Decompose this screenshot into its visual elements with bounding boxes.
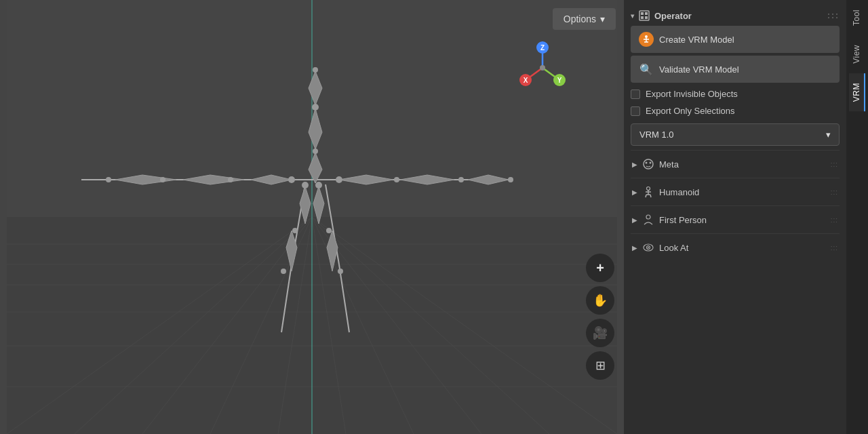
zoom-in-button[interactable]: + <box>586 254 614 282</box>
svg-point-24 <box>313 67 318 73</box>
grid-icon: ⊞ <box>595 358 606 373</box>
svg-rect-70 <box>641 16 644 19</box>
svg-text:X: X <box>524 77 528 84</box>
svg-rect-69 <box>645 12 648 15</box>
validate-vrm-label: Validate VRM Model <box>659 64 739 75</box>
export-invisible-checkbox[interactable] <box>631 90 640 99</box>
svg-point-33 <box>228 177 233 182</box>
camera-button[interactable]: 🎥 <box>586 319 614 347</box>
validate-vrm-button[interactable]: 🔍 Validate VRM Model <box>631 56 840 83</box>
vrm-version-chevron: ▾ <box>826 130 831 140</box>
humanoid-icon <box>642 185 655 199</box>
export-selections-label: Export Only Selections <box>646 106 735 116</box>
svg-point-55 <box>326 228 332 233</box>
export-invisible-row[interactable]: Export Invisible Objects <box>631 85 840 102</box>
axis-gizmo: Z Y X <box>515 41 570 95</box>
humanoid-chevron: ▶ <box>632 189 637 196</box>
options-button[interactable]: Options ▾ <box>553 8 616 30</box>
svg-point-66 <box>540 65 545 71</box>
svg-point-32 <box>288 176 295 183</box>
svg-point-28 <box>313 149 318 154</box>
operator-title: Operator <box>654 11 692 21</box>
operator-icon <box>638 9 650 22</box>
svg-text:Y: Y <box>557 77 562 84</box>
first-person-drag: ::: <box>831 216 838 224</box>
create-vrm-label: Create VRM Model <box>659 35 734 45</box>
svg-point-47 <box>302 182 309 189</box>
svg-point-86 <box>646 215 650 219</box>
humanoid-label: Humanoid <box>659 187 699 197</box>
svg-point-41 <box>458 177 464 182</box>
look-at-header[interactable]: ▶ Look At ::: <box>631 235 840 260</box>
svg-point-40 <box>394 177 399 182</box>
first-person-section: ▶ First Person ::: <box>631 205 840 233</box>
side-tabs: Tool View VRM <box>846 0 868 434</box>
vrm-tab[interactable]: VRM <box>849 73 865 111</box>
view-tab[interactable]: View <box>849 35 865 73</box>
svg-rect-71 <box>645 16 648 19</box>
svg-point-39 <box>336 176 342 183</box>
svg-point-54 <box>315 182 322 189</box>
look-at-icon <box>642 241 655 254</box>
options-label: Options <box>564 14 596 24</box>
svg-point-26 <box>312 104 319 111</box>
meta-label: Meta <box>659 159 679 170</box>
camera-icon: 🎥 <box>593 326 608 340</box>
operator-drag: ::: <box>827 11 840 20</box>
svg-rect-68 <box>641 12 644 15</box>
vrm-version-dropdown[interactable]: VRM 1.0 ▾ <box>631 123 840 146</box>
first-person-label: First Person <box>659 215 707 225</box>
svg-point-34 <box>160 177 165 182</box>
svg-point-72 <box>645 35 648 38</box>
svg-point-78 <box>650 162 652 164</box>
validate-vrm-icon: 🔍 <box>639 62 654 77</box>
svg-line-84 <box>646 195 646 197</box>
meta-header[interactable]: ▶ Meta ::: <box>631 152 840 176</box>
export-invisible-label: Export Invisible Objects <box>646 89 738 99</box>
meta-section: ▶ Meta ::: <box>631 150 840 178</box>
svg-text:Z: Z <box>540 44 545 52</box>
grid-button[interactable]: ⊞ <box>586 351 614 380</box>
svg-point-35 <box>106 177 111 182</box>
first-person-chevron: ▶ <box>632 216 637 224</box>
viewport-tools: + ✋ 🎥 ⊞ <box>586 254 614 380</box>
svg-point-76 <box>644 159 653 169</box>
create-vrm-button[interactable]: Create VRM Model <box>631 26 840 53</box>
svg-line-85 <box>650 195 651 197</box>
operator-header[interactable]: ▾ Operator ::: <box>631 5 840 26</box>
export-selections-row[interactable]: Export Only Selections <box>631 102 840 119</box>
svg-point-49 <box>281 269 286 274</box>
svg-point-79 <box>647 187 650 191</box>
svg-point-89 <box>648 247 649 248</box>
create-vrm-icon <box>639 32 654 47</box>
operator-section: ▾ Operator ::: <box>631 5 840 146</box>
export-selections-checkbox[interactable] <box>631 106 640 116</box>
first-person-icon <box>642 213 655 226</box>
look-at-chevron: ▶ <box>632 244 637 252</box>
vrm-version-label: VRM 1.0 <box>639 130 674 140</box>
panel-content: ▾ Operator ::: <box>624 0 846 434</box>
svg-point-42 <box>508 177 513 182</box>
meta-chevron: ▶ <box>632 161 637 168</box>
viewport[interactable]: Options ▾ Z Y X + ✋ 🎥 <box>0 0 624 434</box>
operator-chevron: ▾ <box>631 12 634 20</box>
svg-point-77 <box>646 162 648 164</box>
grab-button[interactable]: ✋ <box>586 286 614 315</box>
right-panel: ▾ Operator ::: <box>624 0 868 434</box>
tool-tab[interactable]: Tool <box>849 0 865 35</box>
grab-icon: ✋ <box>593 293 608 308</box>
meta-drag: ::: <box>831 161 838 168</box>
humanoid-drag: ::: <box>831 189 838 196</box>
svg-point-48 <box>292 228 298 233</box>
options-chevron: ▾ <box>600 14 605 24</box>
meta-icon <box>642 157 655 171</box>
svg-point-56 <box>338 269 343 274</box>
look-at-drag: ::: <box>831 244 838 252</box>
look-at-section: ▶ Look At ::: <box>631 233 840 261</box>
humanoid-section: ▶ Humanoid ::: <box>631 178 840 205</box>
humanoid-header[interactable]: ▶ Humanoid ::: <box>631 180 840 204</box>
zoom-in-icon: + <box>596 260 604 276</box>
first-person-header[interactable]: ▶ First Person ::: <box>631 208 840 232</box>
look-at-label: Look At <box>659 243 688 253</box>
